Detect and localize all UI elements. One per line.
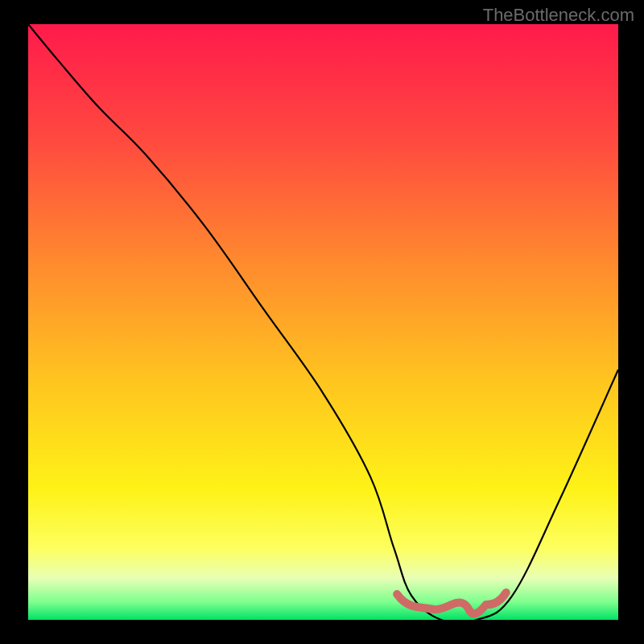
chart-background	[28, 24, 618, 620]
watermark: TheBottleneck.com	[483, 5, 634, 26]
bottleneck-chart	[28, 24, 618, 620]
chart-container	[28, 24, 618, 620]
